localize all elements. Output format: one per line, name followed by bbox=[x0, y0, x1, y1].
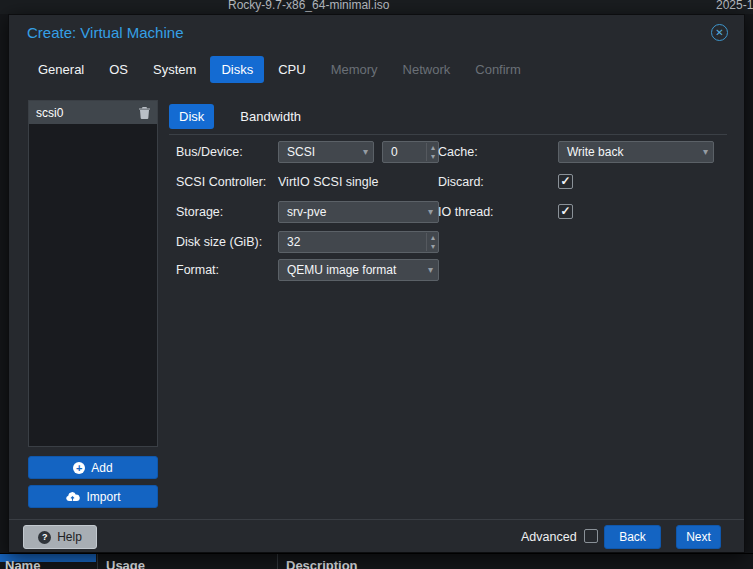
spinner-arrows-icon[interactable]: ▴▾ bbox=[426, 233, 435, 251]
next-button-label: Next bbox=[686, 530, 711, 544]
scsi-controller-label: SCSI Controller: bbox=[176, 171, 266, 193]
close-icon[interactable]: ✕ bbox=[711, 24, 728, 41]
back-button[interactable]: Back bbox=[604, 525, 661, 549]
trash-icon[interactable] bbox=[139, 107, 150, 119]
disk-size-label: Disk size (GiB): bbox=[176, 231, 262, 253]
help-button[interactable]: ? Help bbox=[23, 525, 97, 549]
bus-device-number[interactable]: 0 ▴▾ bbox=[382, 141, 439, 163]
subtab-separator bbox=[169, 134, 727, 135]
question-icon: ? bbox=[38, 531, 51, 544]
help-button-label: Help bbox=[57, 530, 82, 544]
bus-device-combo[interactable]: SCSI ▾ bbox=[278, 141, 374, 163]
tab-system[interactable]: System bbox=[142, 56, 207, 83]
tab-network: Network bbox=[392, 56, 462, 83]
scsi-controller-value: VirtIO SCSI single bbox=[278, 171, 379, 193]
column-header-name: Name bbox=[5, 558, 40, 569]
io-thread-checkbox[interactable]: ✓ bbox=[558, 204, 573, 219]
storage-combo[interactable]: srv-pve ▾ bbox=[278, 201, 439, 223]
import-button-label: Import bbox=[86, 490, 120, 504]
background-iso-row: Rocky-9.7-x86_64-minimal.iso 2025-12 bbox=[0, 0, 753, 14]
chevron-down-icon: ▾ bbox=[428, 260, 433, 280]
discard-label: Discard: bbox=[438, 171, 484, 193]
column-divider bbox=[97, 554, 98, 569]
advanced-label: Advanced bbox=[521, 530, 577, 544]
subtab-bandwidth[interactable]: Bandwidth bbox=[230, 104, 311, 129]
chevron-down-icon: ▾ bbox=[363, 142, 368, 162]
add-disk-button[interactable]: + Add bbox=[28, 456, 158, 479]
cache-label: Cache: bbox=[438, 141, 478, 163]
cloud-upload-icon bbox=[65, 491, 80, 502]
disk-list-item-scsi0[interactable]: scsi0 bbox=[29, 101, 157, 124]
iso-date: 2025-12 bbox=[716, 0, 753, 12]
plus-icon: + bbox=[73, 462, 85, 474]
bus-device-label: Bus/Device: bbox=[176, 141, 243, 163]
tab-memory: Memory bbox=[320, 56, 389, 83]
footer-separator bbox=[9, 519, 744, 520]
iso-filename: Rocky-9.7-x86_64-minimal.iso bbox=[228, 0, 389, 12]
tab-cpu[interactable]: CPU bbox=[267, 56, 316, 83]
column-divider bbox=[277, 554, 278, 569]
subtab-disk[interactable]: Disk bbox=[169, 104, 214, 129]
tab-disks[interactable]: Disks bbox=[210, 56, 264, 83]
disk-size-value: 32 bbox=[287, 235, 300, 249]
proxmox-page: Rocky-9.7-x86_64-minimal.iso 2025-12 Nam… bbox=[0, 0, 753, 569]
back-button-label: Back bbox=[619, 530, 646, 544]
format-label: Format: bbox=[176, 259, 219, 281]
checkmark-icon: ✓ bbox=[560, 204, 570, 218]
tab-os[interactable]: OS bbox=[98, 56, 139, 83]
next-button[interactable]: Next bbox=[676, 525, 721, 549]
chevron-down-icon: ▾ bbox=[428, 202, 433, 222]
disk-list-panel: scsi0 bbox=[28, 100, 158, 447]
dialog-title: Create: Virtual Machine bbox=[27, 24, 183, 41]
spinner-arrows-icon[interactable]: ▴▾ bbox=[426, 143, 435, 161]
cache-value: Write back bbox=[567, 145, 623, 159]
chevron-down-icon: ▾ bbox=[703, 142, 708, 162]
column-header-usage: Usage bbox=[106, 558, 145, 569]
wizard-tabbar: General OS System Disks CPU Memory Netwo… bbox=[27, 56, 532, 83]
storage-label: Storage: bbox=[176, 201, 223, 223]
format-value: QEMU image format bbox=[287, 263, 396, 277]
tab-confirm: Confirm bbox=[464, 56, 532, 83]
column-header-description: Description bbox=[286, 558, 358, 569]
advanced-checkbox[interactable] bbox=[584, 529, 598, 543]
cache-combo[interactable]: Write back ▾ bbox=[558, 141, 714, 163]
tab-general[interactable]: General bbox=[27, 56, 95, 83]
checkmark-icon: ✓ bbox=[560, 174, 570, 188]
discard-checkbox[interactable]: ✓ bbox=[558, 174, 573, 189]
disk-size-spinner[interactable]: 32 ▴▾ bbox=[278, 231, 439, 253]
add-button-label: Add bbox=[91, 461, 112, 475]
bus-device-value: SCSI bbox=[287, 145, 315, 159]
import-disk-button[interactable]: Import bbox=[28, 485, 158, 508]
disk-item-label: scsi0 bbox=[36, 106, 139, 120]
storage-value: srv-pve bbox=[287, 205, 326, 219]
io-thread-label: IO thread: bbox=[438, 201, 494, 223]
create-vm-dialog: Create: Virtual Machine ✕ General OS Sys… bbox=[8, 14, 745, 553]
format-combo[interactable]: QEMU image format ▾ bbox=[278, 259, 439, 281]
bus-device-number-value: 0 bbox=[391, 145, 398, 159]
background-table-header: Name Usage Description bbox=[0, 553, 753, 569]
disk-subtabs: Disk Bandwidth bbox=[169, 104, 311, 129]
